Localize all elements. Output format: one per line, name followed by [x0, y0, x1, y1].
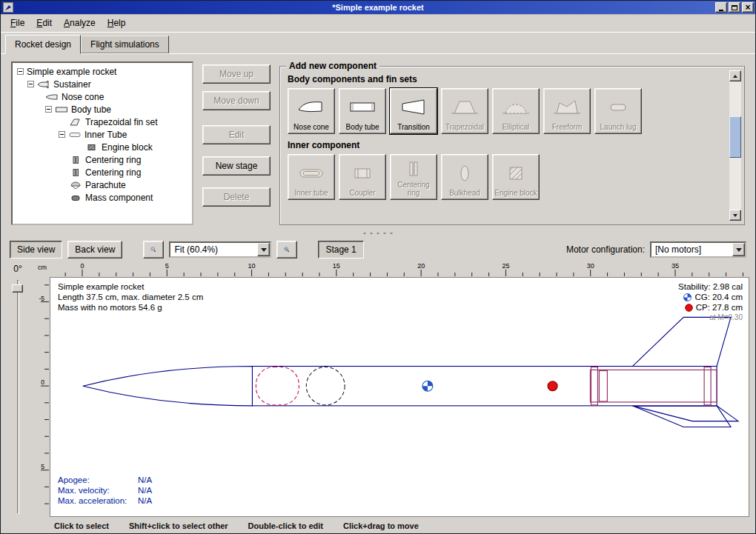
rocket-canvas[interactable]: Simple example rocket Length 37.5 cm, ma… — [50, 277, 749, 517]
view-toolbar: Side view Back view Fit (60.4%) Stage 1 … — [1, 237, 755, 262]
tree-item-parachute[interactable]: Parachute — [14, 178, 190, 191]
nose-cone-icon — [45, 93, 59, 101]
window-title: *Simple example rocket — [1, 3, 755, 12]
tree-item-body-tube[interactable]: Body tube — [14, 103, 190, 116]
centering-ring-icon — [69, 168, 82, 177]
zoom-select[interactable]: Fit (60.4%) — [169, 241, 271, 258]
add-coupler-button[interactable]: Coupler — [339, 154, 386, 200]
hint-double-click: Double-click to edit — [248, 521, 323, 530]
add-body-tube-button[interactable]: Body tube — [339, 88, 386, 134]
side-view-button[interactable]: Side view — [10, 241, 62, 258]
menu-help[interactable]: Help — [102, 16, 131, 30]
tree-item-centering-ring-2[interactable]: Centering ring — [14, 166, 190, 178]
add-centering-ring-button[interactable]: Centering ring — [390, 154, 437, 200]
ruler-unit-label: cm — [35, 262, 50, 277]
add-elliptical-fin-button[interactable]: Elliptical — [492, 88, 540, 134]
move-down-button[interactable]: Move down — [202, 91, 271, 110]
back-view-button[interactable]: Back view — [67, 241, 122, 258]
menu-analyze[interactable]: Analyze — [59, 16, 101, 30]
close-button[interactable]: × — [742, 2, 754, 13]
tree-item-fin-set[interactable]: Trapezoidal fin set — [14, 116, 190, 128]
collapse-toggle-icon[interactable] — [17, 68, 24, 75]
nose-cone-outline[interactable] — [83, 367, 253, 406]
scroll-up-button[interactable] — [729, 70, 741, 81]
splitter-grip-icon — [361, 232, 395, 235]
hint-click-select: Click to select — [54, 521, 109, 530]
vertical-ruler: -505 — [35, 277, 50, 517]
body-tube-outline[interactable] — [252, 367, 717, 406]
svg-text:5: 5 — [165, 262, 169, 270]
inner-component-section-label: Inner component — [288, 140, 722, 150]
add-nose-cone-button[interactable]: Nose cone — [288, 88, 335, 134]
fin-lower[interactable] — [632, 406, 731, 427]
tab-strip: Rocket design Flight simulations — [1, 33, 755, 53]
cg-value: CG: 20.4 cm — [694, 292, 743, 302]
motor-configuration-select[interactable]: [No motors] — [650, 241, 746, 258]
rotation-slider[interactable] — [10, 280, 25, 514]
edit-button[interactable]: Edit — [202, 125, 271, 144]
tree-item-sustainer[interactable]: Sustainer — [14, 78, 190, 90]
add-inner-tube-button[interactable]: Inner tube — [288, 154, 335, 200]
rocket-dimensions: Length 37.5 cm, max. diameter 2.5 cm — [58, 292, 203, 302]
add-engine-block-button[interactable]: Engine block — [492, 154, 540, 200]
maximize-button[interactable] — [729, 2, 740, 13]
slider-handle[interactable] — [12, 284, 23, 293]
add-launch-lug-button[interactable]: Launch lug — [594, 88, 642, 134]
collapse-toggle-icon[interactable] — [27, 81, 34, 87]
dropdown-arrow-button[interactable] — [257, 243, 270, 256]
panel-splitter[interactable] — [1, 230, 755, 237]
menu-file[interactable]: File — [5, 16, 30, 30]
slider-track[interactable] — [17, 280, 19, 514]
svg-text:30: 30 — [587, 262, 594, 270]
tree-item-nose-cone[interactable]: Nose cone — [14, 90, 190, 103]
delete-button[interactable]: Delete — [202, 187, 271, 207]
move-up-button[interactable]: Move up — [202, 64, 271, 84]
body-tube-icon — [55, 105, 68, 114]
new-stage-button[interactable]: New stage — [202, 156, 271, 176]
motor-configuration-label: Motor configuration: — [566, 244, 645, 255]
svg-text:15: 15 — [333, 262, 340, 270]
add-trapezoidal-fin-button[interactable]: Trapezoidal — [441, 88, 488, 134]
svg-text:10: 10 — [248, 262, 256, 270]
max-velocity-label: Max. velocity: — [58, 485, 138, 495]
tree-item-rocket[interactable]: Simple example rocket — [14, 65, 190, 78]
rotation-value: 0° — [13, 264, 21, 274]
rocket-drawing[interactable] — [50, 278, 749, 516]
collapse-toggle-icon[interactable] — [59, 131, 65, 138]
bulkhead-icon — [450, 157, 480, 189]
title-bar[interactable]: *Simple example rocket × — [1, 1, 755, 14]
component-tree[interactable]: Simple example rocket Sustainer Nose con… — [11, 61, 193, 225]
fin-upper[interactable] — [632, 317, 731, 366]
tree-item-mass-component[interactable]: Mass component — [14, 191, 190, 204]
tab-flight-simulations[interactable]: Flight simulations — [81, 36, 169, 53]
add-freeform-fin-button[interactable]: Freeform — [543, 88, 591, 134]
zoom-out-icon — [150, 243, 156, 256]
app-window: *Simple example rocket × File Edit Analy… — [0, 0, 756, 534]
tree-item-centering-ring-1[interactable]: Centering ring — [14, 153, 190, 166]
inner-tube-icon — [68, 130, 82, 139]
parachute-icon — [69, 181, 82, 190]
scrollbar-thumb[interactable] — [729, 116, 741, 158]
add-bulkhead-button[interactable]: Bulkhead — [441, 154, 488, 200]
app-icon[interactable] — [3, 2, 13, 13]
svg-text:20: 20 — [417, 262, 425, 270]
component-panel-scrollbar[interactable] — [729, 70, 741, 221]
menu-edit[interactable]: Edit — [31, 16, 57, 30]
cg-legend-icon — [683, 293, 692, 301]
engine-block-icon — [85, 143, 99, 152]
add-transition-button[interactable]: Transition — [390, 88, 437, 134]
stage-1-toggle[interactable]: Stage 1 — [318, 241, 363, 258]
fin-lower-2[interactable] — [632, 406, 738, 421]
rocket-figure-area: 0° cm 05101520253035 -505 — [1, 262, 755, 518]
minimize-button[interactable] — [715, 2, 727, 13]
stability-block: Stability: 2.98 cal CG: 20.4 cm — [678, 281, 743, 323]
zoom-out-button[interactable] — [143, 241, 164, 258]
scroll-down-button[interactable] — [729, 210, 741, 221]
tree-item-inner-tube[interactable]: Inner Tube — [14, 128, 190, 141]
collapse-toggle-icon[interactable] — [45, 106, 52, 113]
mach-condition: at M=0.30 — [678, 313, 743, 323]
tab-rocket-design[interactable]: Rocket design — [5, 35, 81, 54]
tree-item-engine-block[interactable]: Engine block — [14, 141, 190, 153]
dropdown-arrow-button[interactable] — [732, 243, 745, 256]
zoom-in-button[interactable] — [276, 241, 297, 258]
